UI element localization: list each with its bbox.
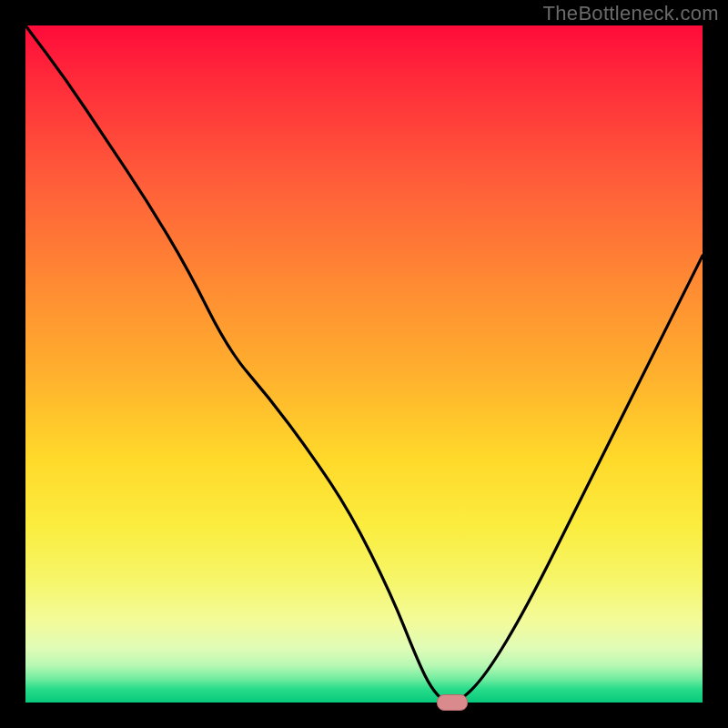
bottleneck-curve bbox=[25, 25, 703, 703]
optimum-marker bbox=[437, 694, 468, 711]
curve-path bbox=[25, 25, 703, 703]
chart-frame: TheBottleneck.com bbox=[0, 0, 728, 728]
plot-area bbox=[25, 25, 703, 703]
watermark-text: TheBottleneck.com bbox=[543, 2, 719, 25]
